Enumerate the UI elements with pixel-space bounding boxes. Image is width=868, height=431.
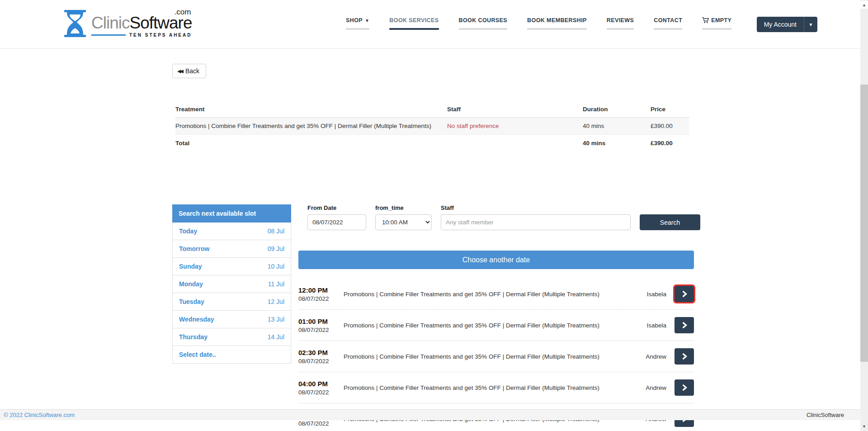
nav-item-label: BOOK COURSES xyxy=(459,17,508,24)
sidebar-day-label: Monday xyxy=(179,280,203,288)
slot-row: 04:00 PM 08/07/2022 Promotions | Combine… xyxy=(298,372,694,403)
book-slot-button[interactable] xyxy=(675,317,694,333)
sidebar-item-sunday[interactable]: Sunday 10 Jul xyxy=(173,258,291,275)
sidebar-item-selectdate[interactable]: Select date.. xyxy=(173,346,291,363)
sidebar-day-label: Tomorrow xyxy=(179,245,209,252)
scrollbar-thumb[interactable] xyxy=(860,85,868,362)
nav-item-book-services[interactable]: BOOK SERVICES ▼ xyxy=(389,17,439,30)
nav-item-empty[interactable]: EMPTY ▼ xyxy=(702,17,731,30)
scroll-up-arrow-icon[interactable]: ▲ xyxy=(860,1,868,9)
total-price: £390.00 xyxy=(651,140,689,147)
hourglass-logo-icon xyxy=(63,10,87,39)
my-account-button[interactable]: My Account ▼ xyxy=(757,17,817,32)
staff-search-input[interactable] xyxy=(441,214,631,230)
nav-underline xyxy=(607,28,634,30)
logo-underline xyxy=(91,34,126,36)
brand-secondary: Software xyxy=(129,14,192,32)
back-button[interactable]: ◀◀ Back xyxy=(172,64,206,78)
slot-time: 04:00 PM xyxy=(298,380,344,388)
chevron-down-icon: ▼ xyxy=(365,18,369,23)
sidebar-date-label: 09 Jul xyxy=(268,245,284,252)
sidebar-date-label: 13 Jul xyxy=(268,316,284,323)
sidebar-day-label: Wednesday xyxy=(179,316,214,323)
brand-main: Clinic xyxy=(91,14,129,32)
sidebar-title: Search next available slot xyxy=(172,204,291,223)
slot-time: 01:00 PM xyxy=(298,317,344,325)
slot-treatment: Promotions | Combine Filler Treatments a… xyxy=(344,322,635,329)
page-footer: © 2022 ClinicSoftware.com ClinicSoftware xyxy=(0,409,860,420)
slot-date: 08/07/2022 xyxy=(298,358,344,365)
chevron-right-icon xyxy=(682,384,687,391)
footer-brand: ClinicSoftware xyxy=(807,412,844,418)
nav-item-shop[interactable]: SHOP ▼ xyxy=(346,17,369,30)
slot-staff-name: Isabela xyxy=(635,322,666,329)
chevron-right-icon xyxy=(682,291,687,297)
sidebar-date-label: 14 Jul xyxy=(268,333,284,341)
slot-when: 12:00 PM 08/07/2022 xyxy=(298,286,344,302)
clinicsoftware-logo[interactable]: ClinicSoftware .com TEN STEPS AHEAD xyxy=(63,8,192,39)
slot-search-form: From Date from_time 10:00 AM Staff Searc… xyxy=(307,204,700,230)
book-slot-button[interactable] xyxy=(675,379,694,396)
order-summary-table: Treatment Staff Duration Price Promotion… xyxy=(175,102,689,152)
nav-item-label: REVIEWS xyxy=(607,17,634,24)
slot-staff-name: Andrew xyxy=(635,384,666,391)
nav-item-label: BOOK SERVICES xyxy=(389,17,439,24)
nav-item-book-courses[interactable]: BOOK COURSES ▼ xyxy=(459,17,508,30)
nav-item-label: SHOP xyxy=(346,17,363,24)
slot-row: 01:00 PM 08/07/2022 Promotions | Combine… xyxy=(298,310,694,341)
logo-tagline: TEN STEPS AHEAD xyxy=(129,33,192,38)
order-table-header: Treatment Staff Duration Price xyxy=(175,102,689,118)
sidebar-date-list: Today 08 Jul Tomorrow 09 Jul Sunday 10 J… xyxy=(172,223,291,364)
col-header-staff: Staff xyxy=(447,106,583,113)
sidebar-item-monday[interactable]: Monday 11 Jul xyxy=(173,275,291,293)
order-duration: 40 mins xyxy=(583,123,651,129)
col-header-duration: Duration xyxy=(583,106,651,113)
rewind-icon: ◀◀ xyxy=(177,68,182,74)
nav-underline xyxy=(389,28,439,30)
nav-item-reviews[interactable]: REVIEWS ▼ xyxy=(607,17,634,30)
nav-item-label: EMPTY xyxy=(711,17,731,24)
chevron-right-icon xyxy=(682,322,687,328)
nav-underline xyxy=(459,28,508,30)
next-slot-sidebar: Search next available slot Today 08 Jul … xyxy=(172,204,291,364)
from-date-label: From Date xyxy=(307,204,366,211)
scroll-down-arrow-icon[interactable]: ▼ xyxy=(860,422,868,430)
from-time-select[interactable]: 10:00 AM xyxy=(375,214,432,230)
sidebar-day-label: Sunday xyxy=(179,263,202,270)
slot-row: 02:30 PM 08/07/2022 Promotions | Combine… xyxy=(298,341,694,372)
sidebar-date-label: 08 Jul xyxy=(268,227,284,235)
sidebar-day-label: Tuesday xyxy=(179,298,204,305)
from-date-input[interactable] xyxy=(307,214,366,230)
nav-item-book-membership[interactable]: BOOK MEMBERSHIP ▼ xyxy=(527,17,587,30)
book-slot-button[interactable] xyxy=(675,348,694,365)
footer-copyright-link[interactable]: © 2022 ClinicSoftware.com xyxy=(4,412,75,418)
total-label: Total xyxy=(175,140,447,147)
col-header-treatment: Treatment xyxy=(175,106,447,113)
cart-icon xyxy=(702,17,709,24)
total-duration: 40 mins xyxy=(583,140,651,147)
search-button[interactable]: Search xyxy=(640,214,700,230)
staff-label: Staff xyxy=(441,204,631,211)
sidebar-item-tomorrow[interactable]: Tomorrow 09 Jul xyxy=(173,240,291,258)
choose-another-date-button[interactable]: Choose another date xyxy=(298,251,694,269)
slot-row: 12:00 PM 08/07/2022 Promotions | Combine… xyxy=(298,279,694,310)
sidebar-date-label: 12 Jul xyxy=(268,298,284,305)
nav-underline xyxy=(702,28,731,30)
available-slots-list: 12:00 PM 08/07/2022 Promotions | Combine… xyxy=(298,279,694,431)
order-price: £390.00 xyxy=(651,123,689,129)
slot-time: 12:00 PM xyxy=(298,286,344,294)
book-slot-button[interactable] xyxy=(675,286,694,302)
sidebar-item-today[interactable]: Today 08 Jul xyxy=(173,223,291,240)
my-account-label: My Account xyxy=(757,17,804,32)
sidebar-item-wednesday[interactable]: Wednesday 13 Jul xyxy=(173,311,291,328)
account-dropdown-toggle[interactable]: ▼ xyxy=(804,17,817,32)
nav-underline xyxy=(346,28,369,30)
slot-treatment: Promotions | Combine Filler Treatments a… xyxy=(344,353,635,360)
sidebar-item-thursday[interactable]: Thursday 14 Jul xyxy=(173,328,291,346)
nav-item-contact[interactable]: CONTACT ▼ xyxy=(654,17,682,30)
sidebar-date-label: 11 Jul xyxy=(268,280,284,288)
sidebar-item-tuesday[interactable]: Tuesday 12 Jul xyxy=(173,293,291,311)
nav-underline xyxy=(527,28,587,30)
slot-staff-name: Isabela xyxy=(635,291,666,298)
vertical-scrollbar[interactable]: ▲ ▼ xyxy=(860,0,868,431)
